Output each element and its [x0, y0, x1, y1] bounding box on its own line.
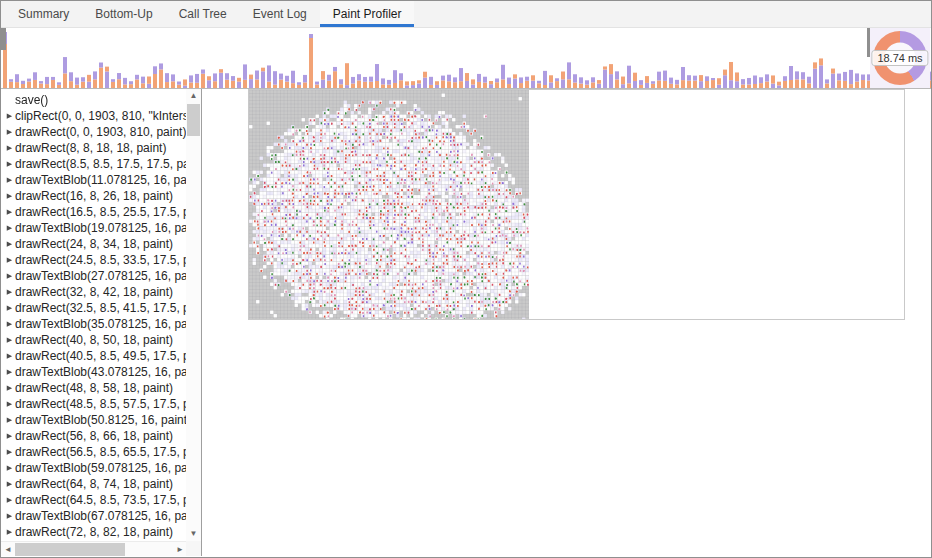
list-item[interactable]: ▶drawRect(40.5, 8.5, 49.5, 17.5, pa: [1, 348, 187, 364]
expand-triangle-icon[interactable]: ▶: [4, 236, 15, 252]
list-item[interactable]: ▶drawRect(32.5, 8.5, 41.5, 17.5, pa: [1, 300, 187, 316]
list-item[interactable]: ▶drawRect(24.5, 8.5, 33.5, 17.5, pa: [1, 252, 187, 268]
list-item[interactable]: ▶drawRect(16, 8, 26, 18, paint): [1, 188, 187, 204]
paint-command-text: drawRect(32, 8, 42, 18, paint): [15, 284, 173, 300]
list-item[interactable]: ▶drawRect(8, 8, 18, 18, paint): [1, 140, 187, 156]
scroll-down-icon[interactable]: ▼: [186, 527, 201, 541]
paint-command-text: drawRect(32.5, 8.5, 41.5, 17.5, pa: [15, 300, 187, 316]
paint-command-list: save()▶clipRect(0, 0, 1903, 810, "kInter…: [1, 89, 187, 541]
expand-triangle-icon[interactable]: ▶: [4, 508, 15, 524]
list-item[interactable]: ▶drawTextBlob(11.078125, 16, pa: [1, 172, 187, 188]
expand-triangle-icon[interactable]: ▶: [4, 156, 15, 172]
expand-triangle-icon[interactable]: ▶: [4, 332, 15, 348]
list-item[interactable]: ▶drawRect(64.5, 8.5, 73.5, 17.5, pa: [1, 492, 187, 508]
list-item[interactable]: ▶drawTextBlob(19.078125, 16, pa: [1, 220, 187, 236]
paint-command-text: drawRect(72, 8, 82, 18, paint): [15, 524, 173, 540]
tab-call-tree[interactable]: Call Tree: [166, 1, 240, 27]
scrollbar-corner: [186, 541, 201, 556]
selection-grip-left[interactable]: [1, 28, 6, 50]
list-item[interactable]: ▶drawRect(16.5, 8.5, 25.5, 17.5, pa: [1, 204, 187, 220]
list-item[interactable]: ▶drawRect(72, 8, 82, 18, paint): [1, 524, 187, 540]
list-item[interactable]: ▶drawRect(0, 0, 1903, 810, paint): [1, 124, 187, 140]
expand-triangle-icon[interactable]: ▶: [4, 348, 15, 364]
paint-command-text: drawRect(8, 8, 18, 18, paint): [15, 140, 166, 156]
expand-triangle-icon[interactable]: ▶: [4, 396, 15, 412]
list-item[interactable]: ▶drawTextBlob(43.078125, 16, pa: [1, 364, 187, 380]
paint-command-text: drawRect(56.5, 8.5, 65.5, 17.5, pa: [15, 444, 187, 460]
horizontal-scrollbar[interactable]: ◄ ►: [1, 541, 187, 556]
tab-paint-profiler[interactable]: Paint Profiler: [320, 1, 415, 27]
vertical-scroll-thumb[interactable]: [187, 104, 200, 136]
paint-command-text: drawRect(40, 8, 50, 18, paint): [15, 332, 173, 348]
expand-triangle-icon[interactable]: ▶: [4, 172, 15, 188]
list-item[interactable]: ▶drawRect(56, 8, 66, 18, paint): [1, 428, 187, 444]
tab-summary[interactable]: Summary: [5, 1, 82, 27]
paint-command-text: drawTextBlob(27.078125, 16, pa: [15, 268, 187, 284]
expand-triangle-icon[interactable]: ▶: [4, 268, 15, 284]
paint-command-text: drawRect(64.5, 8.5, 73.5, 17.5, pa: [15, 492, 187, 508]
expand-triangle-icon[interactable]: ▶: [4, 460, 15, 476]
paint-command-text: drawRect(48, 8, 58, 18, paint): [15, 380, 173, 396]
scroll-left-icon[interactable]: ◄: [1, 542, 15, 557]
expand-triangle-icon[interactable]: ▶: [4, 300, 15, 316]
list-item[interactable]: ▶drawTextBlob(50.8125, 16, paint: [1, 412, 187, 428]
expand-triangle-icon[interactable]: ▶: [4, 140, 15, 156]
expand-triangle-icon[interactable]: ▶: [4, 316, 15, 332]
list-item[interactable]: ▶drawTextBlob(67.078125, 16, pa: [1, 508, 187, 524]
expand-triangle-icon[interactable]: ▶: [4, 524, 15, 540]
expand-triangle-icon[interactable]: ▶: [4, 428, 15, 444]
list-item[interactable]: save(): [1, 92, 187, 108]
paint-preview-frame: [248, 89, 905, 320]
paint-duration-label: 18.74 ms: [871, 50, 928, 66]
paint-time-pie-widget: 18.74 ms: [870, 28, 930, 88]
devtools-performance-panel: SummaryBottom-UpCall TreeEvent LogPaint …: [0, 0, 932, 558]
expand-triangle-icon[interactable]: ▶: [4, 108, 15, 124]
paint-command-text: drawTextBlob(19.078125, 16, pa: [15, 220, 187, 236]
list-item[interactable]: ▶drawTextBlob(27.078125, 16, pa: [1, 268, 187, 284]
expand-triangle-icon[interactable]: ▶: [4, 364, 15, 380]
tab-event-log[interactable]: Event Log: [240, 1, 320, 27]
list-item[interactable]: ▶drawRect(48, 8, 58, 18, paint): [1, 380, 187, 396]
overview-bars-canvas[interactable]: [1, 28, 931, 88]
paint-command-text: drawRect(16.5, 8.5, 25.5, 17.5, pa: [15, 204, 187, 220]
paint-command-text: drawRect(8.5, 8.5, 17.5, 17.5, pai: [15, 156, 187, 172]
list-item[interactable]: ▶drawTextBlob(59.078125, 16, pa: [1, 460, 187, 476]
horizontal-scroll-thumb[interactable]: [15, 543, 125, 556]
expand-triangle-icon[interactable]: ▶: [4, 204, 15, 220]
expand-triangle-icon[interactable]: ▶: [4, 124, 15, 140]
expand-triangle-icon[interactable]: ▶: [4, 476, 15, 492]
expand-triangle-icon[interactable]: ▶: [4, 220, 15, 236]
tab-bar: SummaryBottom-UpCall TreeEvent LogPaint …: [1, 1, 931, 28]
expand-triangle-icon[interactable]: ▶: [4, 252, 15, 268]
list-item[interactable]: ▶drawRect(8.5, 8.5, 17.5, 17.5, pai: [1, 156, 187, 172]
list-item[interactable]: ▶clipRect(0, 0, 1903, 810, "kInters: [1, 108, 187, 124]
list-item[interactable]: ▶drawRect(48.5, 8.5, 57.5, 17.5, pa: [1, 396, 187, 412]
paint-command-text: drawTextBlob(67.078125, 16, pa: [15, 508, 187, 524]
paint-command-text: drawRect(64, 8, 74, 18, paint): [15, 476, 173, 492]
expand-triangle-icon[interactable]: ▶: [4, 492, 15, 508]
paint-command-text: drawRect(24.5, 8.5, 33.5, 17.5, pa: [15, 252, 187, 268]
paint-command-text: clipRect(0, 0, 1903, 810, "kInters: [15, 108, 187, 124]
paint-command-log-pane: save()▶clipRect(0, 0, 1903, 810, "kInter…: [1, 89, 202, 556]
expand-triangle-icon[interactable]: ▶: [4, 284, 15, 300]
expand-triangle-icon[interactable]: ▶: [4, 444, 15, 460]
list-item[interactable]: ▶drawRect(40, 8, 50, 18, paint): [1, 332, 187, 348]
list-item[interactable]: ▶drawRect(64, 8, 74, 18, paint): [1, 476, 187, 492]
paint-preview-canvas: [249, 90, 529, 319]
paint-command-text: drawTextBlob(35.078125, 16, pa: [15, 316, 187, 332]
expand-triangle-icon[interactable]: ▶: [4, 412, 15, 428]
paint-command-text: drawTextBlob(59.078125, 16, pa: [15, 460, 187, 476]
list-item[interactable]: ▶drawRect(24, 8, 34, 18, paint): [1, 236, 187, 252]
vertical-scrollbar[interactable]: ▲ ▼: [186, 89, 201, 541]
scroll-right-icon[interactable]: ►: [173, 542, 187, 557]
paint-command-text: drawRect(24, 8, 34, 18, paint): [15, 236, 173, 252]
list-item[interactable]: ▶drawRect(56.5, 8.5, 65.5, 17.5, pa: [1, 444, 187, 460]
expand-triangle-icon[interactable]: ▶: [4, 188, 15, 204]
expand-triangle-icon[interactable]: ▶: [4, 380, 15, 396]
list-item[interactable]: ▶drawTextBlob(35.078125, 16, pa: [1, 316, 187, 332]
tab-bottom-up[interactable]: Bottom-Up: [82, 1, 165, 27]
scroll-up-icon[interactable]: ▲: [186, 89, 201, 103]
paint-profiler-content: save()▶clipRect(0, 0, 1903, 810, "kInter…: [1, 89, 931, 556]
list-item[interactable]: ▶drawRect(32, 8, 42, 18, paint): [1, 284, 187, 300]
paint-command-text: drawRect(16, 8, 26, 18, paint): [15, 188, 173, 204]
